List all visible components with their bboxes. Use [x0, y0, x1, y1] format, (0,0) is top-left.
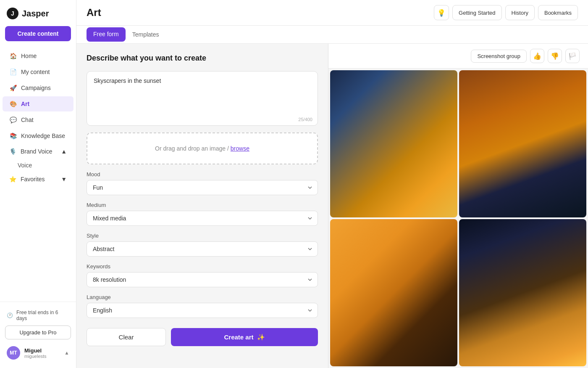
create-art-label: Create art [224, 334, 253, 341]
language-label: Language [87, 294, 318, 300]
create-art-button[interactable]: Create art ✨ [171, 328, 318, 346]
keywords-group: Keywords 8k resolution 4k resolution HDR… [87, 263, 318, 287]
sidebar-item-chat[interactable]: 💬 Chat [3, 112, 74, 127]
tabs-bar: Free form Templates [76, 26, 588, 44]
user-handle: miguelests [24, 354, 60, 359]
image-cell-3[interactable] [330, 219, 457, 366]
thumbs-up-button[interactable]: 👍 [530, 49, 544, 63]
images-grid [328, 69, 588, 368]
tab-templates[interactable]: Templates [126, 26, 166, 44]
keywords-label: Keywords [87, 263, 318, 270]
tab-free-form[interactable]: Free form [87, 27, 126, 42]
sidebar-item-my-content-label: My content [21, 69, 50, 75]
language-group: Language English Spanish French German [87, 294, 318, 318]
chevron-down-icon: ▼ [61, 176, 67, 183]
lightbulb-icon: 💡 [437, 9, 446, 17]
top-bar-actions: 💡 Getting Started History Bookmarks [434, 5, 578, 20]
thumbs-down-icon: 👎 [551, 52, 559, 60]
top-bar: Art 💡 Getting Started History Bookmarks [76, 0, 588, 26]
create-content-button[interactable]: Create content [5, 26, 71, 41]
keywords-select[interactable]: 8k resolution 4k resolution HDR Ultra de… [87, 272, 318, 287]
svg-text:J: J [11, 10, 14, 17]
sidebar-item-campaigns-label: Campaigns [21, 85, 51, 91]
sidebar-item-art[interactable]: 🎨 Art [3, 96, 74, 111]
logo-text: Jasper [22, 9, 49, 19]
description-textarea[interactable]: Skyscrapers in the sunset [94, 77, 311, 111]
sidebar-item-home[interactable]: 🏠 Home [3, 48, 74, 64]
left-panel: Describe what you want to create Skyscra… [76, 44, 328, 368]
favorites-label: Favorites [21, 176, 45, 183]
sidebar: J Jasper Create content 🏠 Home 📄 My cont… [0, 0, 76, 368]
mood-group: Mood Fun Happy Sad Dramatic Calm [87, 171, 318, 195]
medium-select[interactable]: Mixed media Oil painting Watercolor Digi… [87, 211, 318, 226]
home-icon: 🏠 [9, 52, 17, 60]
settings-icon-button[interactable]: 💡 [434, 5, 449, 20]
bottom-actions: Clear Create art ✨ [87, 328, 318, 346]
file-icon: 📄 [9, 68, 17, 76]
sidebar-item-knowledge-base-label: Knowledge Base [21, 132, 65, 139]
section-title: Describe what you want to create [87, 54, 318, 63]
image-cell-2[interactable] [459, 70, 586, 217]
browse-link[interactable]: browse [231, 145, 249, 152]
content-area: Describe what you want to create Skyscra… [76, 44, 588, 368]
sidebar-item-voice[interactable]: Voice [0, 159, 76, 172]
drag-drop-text: Or drag and drop an image / [155, 145, 231, 152]
sidebar-item-art-label: Art [21, 101, 29, 107]
screenshot-group-button[interactable]: Screenshot group [471, 50, 527, 63]
image-cell-4[interactable] [459, 219, 586, 366]
image-cell-1[interactable] [330, 70, 457, 217]
trial-info: 🕐 Free trial ends in 6 days [0, 307, 76, 324]
brand-voice-icon: 🎙️ [9, 148, 16, 155]
avatar: MT [7, 346, 20, 360]
book-icon: 📚 [9, 132, 17, 140]
right-panel-toolbar: Screenshot group 👍 👎 🏳️ [328, 44, 588, 69]
char-count: 25/400 [298, 117, 312, 122]
rocket-icon: 🚀 [9, 84, 17, 92]
sidebar-brand-voice-section[interactable]: 🎙️ Brand Voice ▲ [3, 144, 74, 159]
medium-group: Medium Mixed media Oil painting Watercol… [87, 202, 318, 226]
history-button[interactable]: History [505, 5, 535, 20]
main-content: Art 💡 Getting Started History Bookmarks … [76, 0, 588, 368]
sidebar-item-chat-label: Chat [21, 116, 34, 123]
upgrade-button[interactable]: Upgrade to Pro [5, 326, 71, 339]
drag-drop-area[interactable]: Or drag and drop an image / browse [87, 132, 318, 164]
mood-select[interactable]: Fun Happy Sad Dramatic Calm [87, 180, 318, 195]
chevron-up-icon: ▲ [61, 148, 67, 155]
style-select[interactable]: Abstract Realistic Impressionist Surreal… [87, 241, 318, 257]
language-select[interactable]: English Spanish French German [87, 303, 318, 318]
sidebar-favorites-section[interactable]: ⭐ Favorites ▼ [3, 172, 74, 186]
jasper-logo-icon: J [7, 8, 18, 19]
thumbs-down-button[interactable]: 👎 [548, 49, 562, 63]
medium-label: Medium [87, 202, 318, 208]
mood-label: Mood [87, 171, 318, 177]
user-profile[interactable]: MT Miguel miguelests ▲ [0, 343, 76, 363]
getting-started-button[interactable]: Getting Started [452, 5, 501, 20]
flag-icon: 🏳️ [568, 52, 577, 60]
bookmarks-button[interactable]: Bookmarks [538, 5, 578, 20]
user-name: Miguel [24, 347, 60, 354]
sidebar-item-knowledge-base[interactable]: 📚 Knowledge Base [3, 128, 74, 143]
art-icon: 🎨 [9, 100, 17, 108]
flag-button[interactable]: 🏳️ [565, 49, 580, 63]
style-label: Style [87, 233, 318, 239]
sidebar-bottom: 🕐 Free trial ends in 6 days Upgrade to P… [0, 302, 76, 368]
sidebar-item-campaigns[interactable]: 🚀 Campaigns [3, 80, 74, 95]
user-info: Miguel miguelests [24, 347, 60, 359]
right-panel: Screenshot group 👍 👎 🏳️ [328, 44, 588, 368]
star-icon: ⭐ [9, 176, 16, 183]
sparkle-icon: ✨ [257, 334, 265, 341]
description-input-wrapper: Skyscrapers in the sunset 25/400 [87, 71, 318, 126]
clock-icon: 🕐 [7, 312, 13, 318]
style-group: Style Abstract Realistic Impressionist S… [87, 233, 318, 257]
sidebar-item-my-content[interactable]: 📄 My content [3, 64, 74, 79]
sidebar-item-home-label: Home [21, 53, 37, 59]
chevron-up-icon-user: ▲ [64, 350, 69, 356]
page-title: Art [87, 7, 101, 19]
trial-text: Free trial ends in 6 days [16, 310, 69, 321]
chat-icon: 💬 [9, 116, 17, 124]
brand-voice-label: Brand Voice [21, 148, 52, 155]
thumbs-up-icon: 👍 [533, 52, 541, 60]
logo: J Jasper [0, 0, 76, 24]
clear-button[interactable]: Clear [87, 328, 166, 346]
